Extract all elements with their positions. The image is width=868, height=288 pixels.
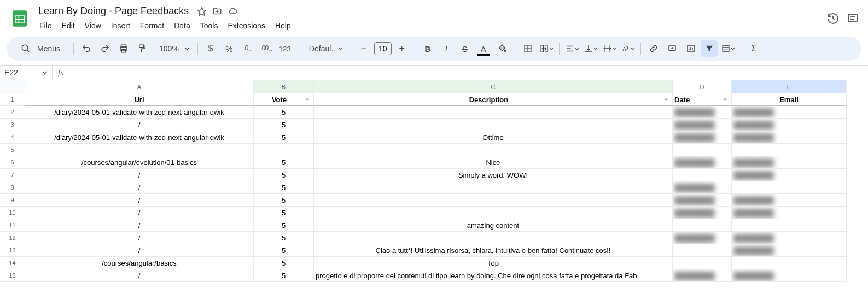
cell[interactable]: /courses/angular/basics — [25, 257, 254, 269]
cell[interactable]: ████████ — [732, 119, 847, 131]
decrease-font-button[interactable]: − — [356, 40, 372, 57]
row-header[interactable]: 7 — [0, 169, 25, 181]
menu-insert[interactable]: Insert — [107, 19, 135, 32]
column-header-B[interactable]: B — [254, 80, 314, 93]
cell[interactable] — [732, 219, 847, 232]
menu-extensions[interactable]: Extensions — [223, 19, 269, 32]
fill-color-button[interactable] — [494, 40, 510, 57]
cell[interactable]: ████████ — [673, 232, 732, 244]
cell[interactable]: 5 — [254, 257, 314, 269]
cell[interactable]: ████████ — [673, 131, 732, 144]
doc-title[interactable]: Learn By Doing - Page Feedbacks — [35, 4, 192, 18]
history-icon[interactable] — [826, 12, 840, 25]
cell[interactable]: progetto e di proporre dei contenuti di … — [314, 269, 673, 282]
filter-icon[interactable] — [662, 95, 671, 104]
cell[interactable]: 5 — [254, 244, 314, 257]
row-header[interactable]: 2 — [0, 106, 25, 119]
cell[interactable]: 5 — [254, 131, 314, 144]
cell[interactable]: / — [25, 194, 254, 207]
increase-decimal-button[interactable]: .00→ — [258, 40, 275, 57]
zoom-dropdown[interactable]: 100% — [153, 42, 193, 55]
cell[interactable]: / — [25, 169, 254, 181]
undo-button[interactable] — [78, 40, 95, 57]
cell[interactable]: amazing content — [314, 219, 673, 232]
row-header[interactable]: 14 — [0, 257, 25, 269]
cell[interactable] — [314, 207, 673, 219]
row-header[interactable]: 4 — [0, 131, 25, 144]
cell[interactable]: Top — [314, 257, 673, 269]
filter-icon[interactable] — [303, 95, 312, 104]
v-align-button[interactable] — [582, 40, 599, 57]
cell[interactable]: 5 — [254, 207, 314, 219]
row-header[interactable]: 8 — [0, 181, 25, 194]
strikethrough-button[interactable]: S — [457, 40, 473, 57]
menu-data[interactable]: Data — [170, 19, 195, 32]
comment-button[interactable] — [664, 40, 680, 57]
menu-format[interactable]: Format — [136, 19, 168, 32]
cell[interactable]: ████████ — [673, 207, 732, 219]
header-cell-date[interactable]: Date — [673, 93, 732, 106]
functions-button[interactable]: Σ — [745, 40, 762, 57]
cell[interactable]: ████████ — [732, 269, 847, 282]
cell[interactable]: ████████ — [673, 156, 732, 169]
row-header[interactable]: 12 — [0, 232, 25, 244]
cell[interactable] — [673, 244, 732, 257]
filter-views-button[interactable] — [720, 40, 736, 57]
cell[interactable]: 5 — [254, 156, 314, 169]
header-cell-vote[interactable]: Vote — [254, 93, 314, 106]
cell[interactable]: / — [25, 119, 254, 131]
cell[interactable]: 5 — [254, 181, 314, 194]
cell[interactable]: 5 — [254, 194, 314, 207]
cell[interactable]: 5 — [254, 232, 314, 244]
sheets-logo[interactable] — [9, 8, 31, 30]
row-header[interactable]: 6 — [0, 156, 25, 169]
cell[interactable]: 5 — [254, 169, 314, 181]
cell[interactable]: / — [25, 219, 254, 232]
name-box[interactable]: E22 — [0, 66, 53, 80]
h-align-button[interactable] — [564, 40, 580, 57]
column-header-C[interactable]: C — [314, 80, 673, 93]
cell[interactable] — [673, 144, 732, 156]
cell[interactable]: ████████ — [732, 131, 847, 144]
increase-font-button[interactable]: + — [394, 40, 410, 57]
cell[interactable] — [314, 106, 673, 119]
cell[interactable]: ████████ — [732, 106, 847, 119]
cell[interactable] — [673, 169, 732, 181]
filter-button[interactable] — [701, 40, 718, 57]
redo-button[interactable] — [97, 40, 113, 57]
move-icon[interactable] — [212, 6, 223, 17]
borders-button[interactable] — [520, 40, 536, 57]
text-color-button[interactable]: A — [475, 40, 492, 57]
cell[interactable] — [314, 144, 673, 156]
column-header-A[interactable]: A — [25, 80, 254, 93]
font-dropdown[interactable]: Defaul… — [302, 42, 346, 55]
menu-file[interactable]: File — [35, 19, 56, 32]
font-size-input[interactable] — [374, 42, 392, 55]
menu-tools[interactable]: Tools — [196, 19, 223, 32]
cloud-icon[interactable] — [227, 6, 238, 17]
star-icon[interactable] — [196, 6, 207, 17]
header-cell-email[interactable]: Email — [732, 93, 847, 106]
cell[interactable]: 5 — [254, 219, 314, 232]
cell[interactable] — [314, 181, 673, 194]
row-header[interactable]: 15 — [0, 269, 25, 282]
merge-button[interactable] — [538, 40, 555, 57]
cell[interactable]: ████████ — [732, 207, 847, 219]
header-cell-description[interactable]: Description — [314, 93, 673, 106]
cell[interactable]: / — [25, 207, 254, 219]
cell[interactable] — [732, 181, 847, 194]
cell[interactable]: / — [25, 244, 254, 257]
chart-button[interactable] — [683, 40, 699, 57]
cell[interactable]: / — [25, 232, 254, 244]
menu-view[interactable]: View — [80, 19, 106, 32]
cell[interactable]: Simply a word: WOW! — [314, 169, 673, 181]
cell[interactable]: ████████ — [732, 244, 847, 257]
cell[interactable]: ████████ — [732, 194, 847, 207]
cell[interactable] — [673, 257, 732, 269]
paint-format-button[interactable] — [134, 40, 150, 57]
cell[interactable]: ████████ — [732, 169, 847, 181]
filter-icon[interactable] — [721, 95, 730, 104]
cell[interactable]: ████████ — [732, 156, 847, 169]
cell[interactable]: 5 — [254, 269, 314, 282]
cell[interactable]: / — [25, 181, 254, 194]
